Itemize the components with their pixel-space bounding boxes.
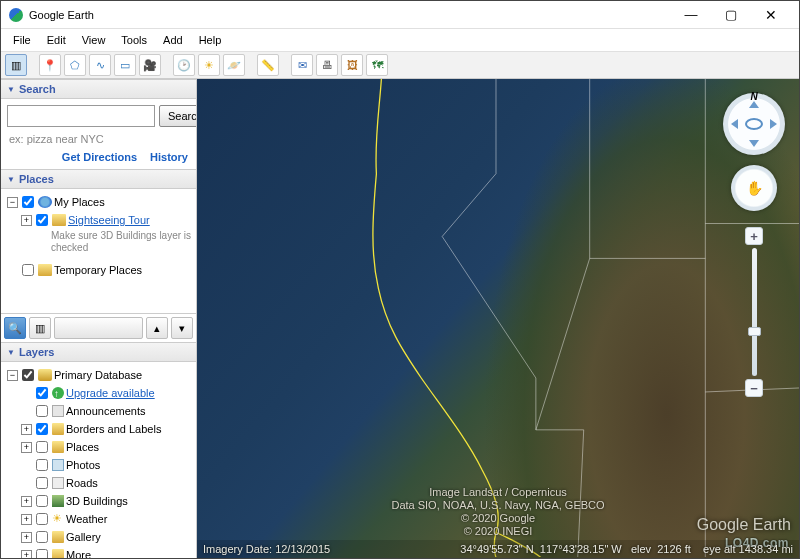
gallery-checkbox[interactable] [36, 531, 48, 543]
look-up-icon[interactable] [749, 101, 759, 108]
search-input[interactable] [7, 105, 155, 127]
sightseeing-checkbox[interactable] [36, 214, 48, 226]
ruler-icon: 📏 [261, 59, 275, 72]
menu-edit[interactable]: Edit [39, 31, 74, 49]
places-layer-checkbox[interactable] [36, 441, 48, 453]
primary-db-label: Primary Database [54, 367, 142, 383]
zoom-thumb[interactable] [748, 327, 761, 336]
add-placemark-button[interactable]: 📍 [39, 54, 61, 76]
menu-add[interactable]: Add [155, 31, 191, 49]
tree-row-gallery[interactable]: + Gallery [21, 528, 192, 546]
expand-icon[interactable]: + [21, 514, 32, 525]
historical-imagery-button[interactable]: 🕑 [173, 54, 195, 76]
expand-icon[interactable]: + [21, 424, 32, 435]
expand-icon[interactable]: + [21, 550, 32, 559]
temporary-checkbox[interactable] [22, 264, 34, 276]
tree-row-primary-db[interactable]: − Primary Database [7, 366, 192, 384]
zoom-track[interactable] [752, 248, 757, 376]
add-image-overlay-button[interactable]: ▭ [114, 54, 136, 76]
weather-checkbox[interactable] [36, 513, 48, 525]
record-tour-button[interactable]: 🎥 [139, 54, 161, 76]
tour-slider[interactable] [54, 317, 143, 339]
tree-row-weather[interactable]: + ☀ Weather [21, 510, 192, 528]
view-in-maps-button[interactable]: 🗺 [366, 54, 388, 76]
print-button[interactable]: 🖶 [316, 54, 338, 76]
gallery-label: Gallery [66, 529, 101, 545]
menu-view[interactable]: View [74, 31, 114, 49]
planets-button[interactable]: 🪐 [223, 54, 245, 76]
expand-icon[interactable]: + [21, 496, 32, 507]
places-panel-header[interactable]: Places [1, 169, 196, 189]
google-earth-watermark: Google Earth [697, 516, 791, 534]
polygon-icon: ⬠ [70, 59, 80, 72]
look-right-icon[interactable] [770, 119, 777, 129]
roads-checkbox[interactable] [36, 477, 48, 489]
more-checkbox[interactable] [36, 549, 48, 558]
upgrade-checkbox[interactable] [36, 387, 48, 399]
layers-panel-header[interactable]: Layers [1, 342, 196, 362]
add-polygon-button[interactable]: ⬠ [64, 54, 86, 76]
search-button[interactable]: Search [159, 105, 197, 127]
eye-icon [745, 118, 763, 130]
folder-icon [52, 423, 64, 435]
zoom-in-button[interactable]: + [745, 227, 763, 245]
borders-checkbox[interactable] [36, 423, 48, 435]
folder-icon [52, 549, 64, 558]
search-panel-header[interactable]: Search [1, 79, 196, 99]
minimize-button[interactable]: — [671, 3, 711, 27]
photos-checkbox[interactable] [36, 459, 48, 471]
zoom-slider[interactable]: + − [748, 227, 760, 397]
tree-row-3d-buildings[interactable]: + 3D Buildings [21, 492, 192, 510]
primary-db-checkbox[interactable] [22, 369, 34, 381]
tree-row-announcements[interactable]: Announcements [21, 402, 192, 420]
move-up-button[interactable]: ▴ [146, 317, 168, 339]
sunlight-button[interactable]: ☀ [198, 54, 220, 76]
collapse-icon[interactable]: − [7, 370, 18, 381]
path-icon: ∿ [96, 59, 105, 72]
expand-icon[interactable]: + [21, 442, 32, 453]
move-down-button[interactable]: ▾ [171, 317, 193, 339]
close-button[interactable]: ✕ [751, 3, 791, 27]
tree-row-roads[interactable]: Roads [21, 474, 192, 492]
announcements-checkbox[interactable] [36, 405, 48, 417]
look-compass[interactable]: N [723, 93, 785, 155]
map-view[interactable]: N ✋ + − Image Landsat / Copernicus Data … [197, 79, 799, 558]
tree-row-my-places[interactable]: − My Places [7, 193, 192, 211]
look-left-icon[interactable] [731, 119, 738, 129]
pan-control[interactable]: ✋ [731, 165, 777, 211]
buildings-checkbox[interactable] [36, 495, 48, 507]
maximize-button[interactable]: ▢ [711, 3, 751, 27]
tree-row-more[interactable]: + More [21, 546, 192, 558]
sightseeing-link[interactable]: Sightseeing Tour [68, 212, 150, 228]
menu-help[interactable]: Help [191, 31, 230, 49]
tree-row-upgrade[interactable]: ↑ Upgrade available [21, 384, 192, 402]
tree-row-temporary[interactable]: Temporary Places [7, 261, 192, 279]
tree-row-photos[interactable]: Photos [21, 456, 192, 474]
zoom-out-button[interactable]: − [745, 379, 763, 397]
email-button[interactable]: ✉ [291, 54, 313, 76]
tree-row-borders[interactable]: + Borders and Labels [21, 420, 192, 438]
tree-row-sightseeing[interactable]: + Sightseeing Tour [21, 211, 192, 229]
collapse-icon[interactable]: − [7, 197, 18, 208]
places-panel-toggle-button[interactable]: ▥ [29, 317, 51, 339]
my-places-checkbox[interactable] [22, 196, 34, 208]
expand-icon[interactable]: + [21, 215, 32, 226]
toggle-sidebar-button[interactable]: ▥ [5, 54, 27, 76]
save-image-button[interactable]: 🖼 [341, 54, 363, 76]
photos-label: Photos [66, 457, 100, 473]
menu-file[interactable]: File [5, 31, 39, 49]
down-icon: ▾ [179, 322, 185, 335]
menu-tools[interactable]: Tools [113, 31, 155, 49]
history-link[interactable]: History [150, 151, 188, 163]
get-directions-link[interactable]: Get Directions [62, 151, 137, 163]
maps-icon: 🗺 [372, 59, 383, 71]
upgrade-link[interactable]: Upgrade available [66, 385, 155, 401]
expand-icon[interactable]: + [21, 532, 32, 543]
pin-icon: 📍 [43, 59, 57, 72]
places-layer-label: Places [66, 439, 99, 455]
look-down-icon[interactable] [749, 140, 759, 147]
places-search-button[interactable]: 🔍 [4, 317, 26, 339]
add-path-button[interactable]: ∿ [89, 54, 111, 76]
ruler-button[interactable]: 📏 [257, 54, 279, 76]
tree-row-places-layer[interactable]: + Places [21, 438, 192, 456]
